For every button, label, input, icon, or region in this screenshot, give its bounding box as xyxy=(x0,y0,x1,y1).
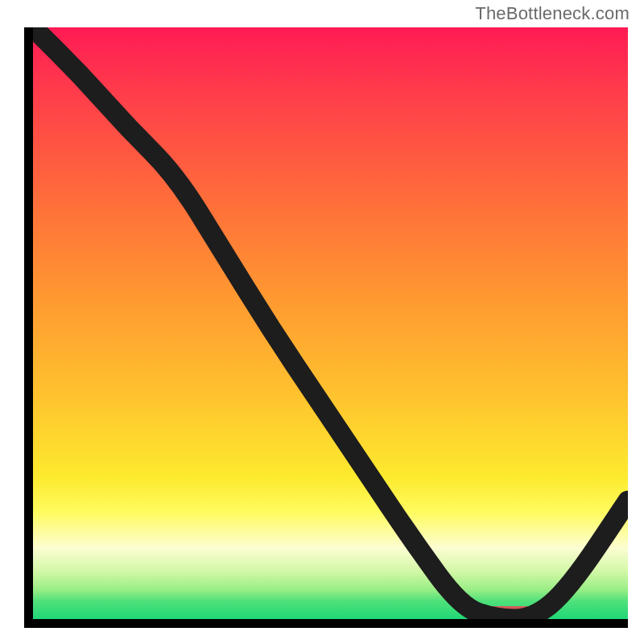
plot-area xyxy=(33,27,628,619)
bottleneck-curve xyxy=(33,27,628,619)
chart-axes-frame xyxy=(24,27,628,628)
curve-overlay xyxy=(33,27,628,619)
watermark-text: TheBottleneck.com xyxy=(475,3,630,24)
